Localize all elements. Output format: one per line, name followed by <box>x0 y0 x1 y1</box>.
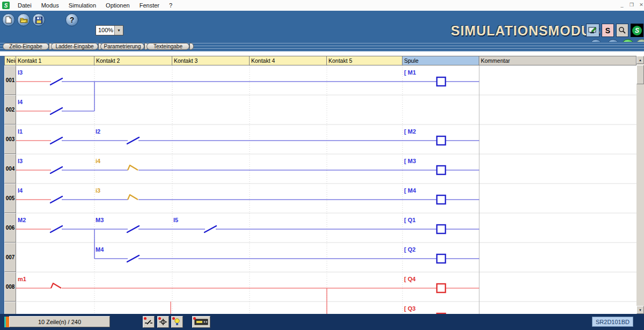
help-button[interactable]: ? <box>65 13 78 26</box>
contact-tool-button[interactable] <box>143 316 155 328</box>
row-count-display: 10 Zeile(n) / 240 <box>9 316 110 327</box>
zelio-logo-button[interactable]: S <box>631 24 643 37</box>
new-file-button[interactable] <box>2 13 15 26</box>
contact-label: i4 <box>96 158 101 164</box>
module-reference: SR2D101BD <box>592 317 633 327</box>
rung-number[interactable]: 004 <box>4 154 16 184</box>
close-icon[interactable]: ✕ <box>638 1 644 8</box>
zoom-tool-button[interactable] <box>616 24 628 37</box>
status-bar: 10 Zeile(n) / 240 <box>0 314 644 330</box>
column-header-kontakt1: Kontakt 1 <box>16 56 94 65</box>
contact-I4[interactable] <box>50 196 62 203</box>
coil-M2[interactable] <box>437 136 445 145</box>
column-header-kontakt4: Kontakt 4 <box>250 56 327 65</box>
contact-i3[interactable] <box>128 195 138 200</box>
coil-Q2[interactable] <box>437 254 445 263</box>
open-file-button[interactable] <box>17 13 30 26</box>
contact-label: I3 <box>18 69 23 76</box>
coil-tool-button[interactable] <box>157 316 169 328</box>
column-header-kontakt2: Kontakt 2 <box>94 56 172 65</box>
zelio-logo-icon: S <box>2 2 10 9</box>
coil-label: [ Q4 <box>404 276 416 282</box>
column-header-kontakt3: Kontakt 3 <box>172 56 250 65</box>
coil-Q4[interactable] <box>437 284 445 292</box>
tab-parametrierung[interactable]: Parametrierung <box>100 43 144 50</box>
zoom-select[interactable]: 100% ▼ <box>96 25 123 35</box>
bulb-tool-button[interactable] <box>171 316 183 328</box>
contact-label: M4 <box>96 246 104 253</box>
coil-M4[interactable] <box>437 195 445 204</box>
contact-I3[interactable] <box>50 167 62 173</box>
menu-help[interactable]: ? <box>164 1 177 10</box>
ladder-diagram: I3[ M1I4I1I2[ M2I3i4[ M3I4i3[ M4M2M3I5[ … <box>4 65 636 314</box>
tab-ladder-eingabe[interactable]: Ladder-Eingabe <box>51 43 98 50</box>
contact-i4[interactable] <box>128 165 138 170</box>
tab-zelio-eingabe[interactable]: Zelio-Eingabe <box>3 43 49 50</box>
column-header-kontakt5: Kontakt 5 <box>327 56 402 65</box>
rung-number[interactable]: 001 <box>4 65 16 95</box>
coil-M1[interactable] <box>437 77 445 86</box>
chevron-down-icon[interactable]: ▼ <box>114 26 123 35</box>
menu-datei[interactable]: Datei <box>13 1 36 10</box>
contact-label: I4 <box>18 99 23 105</box>
save-file-button[interactable] <box>32 13 45 26</box>
front-panel-tool-button[interactable] <box>192 316 210 328</box>
zelio-soft-window: S Datei Modus Simulation Optionen Fenste… <box>0 0 644 330</box>
monitor-edit-icon <box>588 26 597 34</box>
scrollbar-thumb[interactable] <box>636 65 644 84</box>
question-mark-icon: ? <box>70 16 75 24</box>
simulation-s-label: S <box>605 26 610 35</box>
coil-Q1[interactable] <box>437 225 445 233</box>
menu-fenster[interactable]: Fenster <box>135 1 164 10</box>
contact-label: I3 <box>18 158 23 164</box>
ladder-editor[interactable]: I3[ M1I4I1I2[ M2I3i4[ M3I4i3[ M4M2M3I5[ … <box>4 65 636 314</box>
rung-number[interactable]: 008 <box>4 272 16 302</box>
contact-M4[interactable] <box>127 255 139 262</box>
coil-label: [ M1 <box>404 69 416 76</box>
menu-optionen[interactable]: Optionen <box>101 1 135 10</box>
contact-I2[interactable] <box>127 137 139 144</box>
scroll-up-icon[interactable]: ▲ <box>636 56 644 64</box>
contact-label: M2 <box>18 217 26 223</box>
contact-label: I1 <box>18 128 23 135</box>
rung-number[interactable]: 005 <box>4 184 16 213</box>
new-document-icon <box>5 16 12 24</box>
rung-number[interactable]: 009 <box>4 302 16 314</box>
minimize-icon[interactable]: _ <box>618 1 626 8</box>
coil-M3[interactable] <box>437 166 445 174</box>
supervision-mode-button[interactable] <box>586 24 599 37</box>
coil-label: [ M2 <box>404 128 416 135</box>
rung-number[interactable]: 006 <box>4 213 16 243</box>
contact-M2[interactable] <box>50 226 62 232</box>
menu-modus[interactable]: Modus <box>36 1 64 10</box>
contact-I3[interactable] <box>50 78 62 85</box>
scroll-down-icon[interactable]: ▼ <box>636 306 644 314</box>
restore-icon[interactable]: ❐ <box>628 1 635 8</box>
tab-texteingabe[interactable]: Texteingabe <box>147 43 189 50</box>
contact-M3[interactable] <box>127 226 139 232</box>
contact-m1[interactable] <box>51 283 61 288</box>
save-floppy-icon <box>35 17 42 24</box>
red-dot-icon <box>144 317 147 320</box>
coil-label: [ Q3 <box>404 305 415 312</box>
front-panel-tool-icon <box>194 318 208 326</box>
simulation-mode-banner: SIMULATIONSMODUS <box>451 23 584 38</box>
rung-number[interactable]: 007 <box>4 243 16 272</box>
tab-bar: Zelio-Eingabe Ladder-Eingabe Parametrier… <box>0 42 644 52</box>
open-folder-icon <box>20 17 28 23</box>
rung-number[interactable]: 002 <box>4 95 16 124</box>
contact-label: I5 <box>173 217 178 223</box>
main-toolbar: ? 100% ▼ SIMULATIONSMODUS S S <box>0 11 644 42</box>
contact-I4[interactable] <box>50 108 62 114</box>
coil-label: [ M4 <box>404 187 416 194</box>
menu-simulation[interactable]: Simulation <box>64 1 101 10</box>
coil-label: [ Q2 <box>404 246 415 253</box>
contact-label: m1 <box>18 276 26 282</box>
contact-I5[interactable] <box>204 226 216 232</box>
red-dot-icon <box>158 317 161 320</box>
vertical-scrollbar[interactable]: ▲ ▼ <box>636 56 644 314</box>
window-frame-edge <box>0 56 4 314</box>
contact-I1[interactable] <box>50 137 62 144</box>
rung-number[interactable]: 003 <box>4 124 16 154</box>
simulation-mode-button[interactable]: S <box>602 24 614 37</box>
